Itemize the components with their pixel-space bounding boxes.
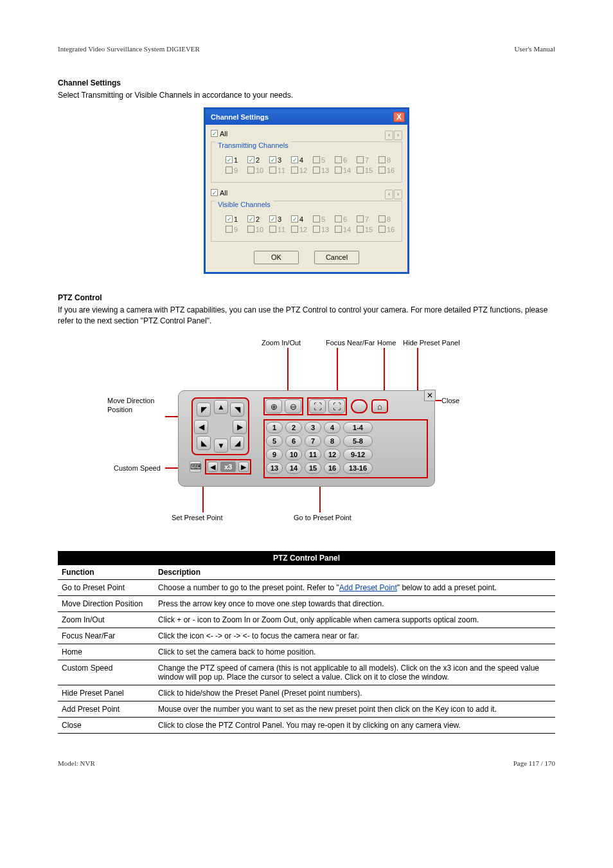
zoom-out-icon[interactable]: ⊖ (285, 399, 301, 413)
checkbox-ch-12 (291, 167, 298, 174)
checkbox-label: 11 (278, 226, 285, 233)
dialog-title: Channel Settings (211, 113, 269, 121)
checkbox-ch-1[interactable] (226, 215, 233, 222)
ok-button[interactable]: OK (254, 251, 299, 264)
checkbox-ch-7 (357, 215, 364, 222)
speed-up-button[interactable]: ▶ (238, 462, 249, 472)
preset-button-6[interactable]: 6 (285, 435, 302, 447)
callout-move-dir: Move Direction (107, 397, 154, 404)
preset-button-8[interactable]: 8 (324, 435, 341, 447)
footer-right: Page 117 / 170 (513, 759, 555, 767)
preset-range-button-1-4[interactable]: 1-4 (343, 422, 373, 433)
nav-next-button[interactable]: › (394, 131, 402, 140)
checkbox-ch-11 (269, 167, 276, 174)
checkbox-ch-2[interactable] (247, 156, 254, 163)
close-icon[interactable]: X (393, 112, 405, 122)
preset-button-13[interactable]: 13 (266, 462, 283, 474)
table-desc-cell: Mouse over the number you want to set as… (154, 701, 555, 718)
arrow-down-icon[interactable]: ▼ (214, 439, 228, 453)
arrow-right-icon[interactable]: ▶ (233, 420, 247, 434)
focus-near-icon[interactable]: ⛶ (309, 399, 326, 413)
arrow-upright-icon[interactable]: ◥ (230, 402, 244, 417)
preset-range-button-5-8[interactable]: 5-8 (343, 435, 373, 447)
table-func-cell: Custom Speed (58, 660, 154, 685)
section-title-ptz: PTZ Control (58, 293, 555, 302)
group-label-transmitting: Transmitting Channels (215, 141, 291, 149)
checkbox-label: 14 (343, 167, 351, 174)
checkbox-label: 4 (299, 156, 303, 164)
preset-button-16[interactable]: 16 (324, 462, 341, 474)
preset-button-11[interactable]: 11 (305, 449, 321, 460)
checkbox-label: 7 (365, 156, 369, 164)
footer-left: Model: NVR (58, 759, 95, 767)
preset-button-10[interactable]: 10 (285, 449, 302, 460)
checkbox-label: 4 (299, 215, 303, 223)
checkbox-ch-3[interactable] (269, 156, 276, 163)
nav-next-button[interactable]: › (394, 190, 402, 199)
checkbox-label: 16 (387, 167, 395, 174)
nav-prev-button[interactable]: ‹ (385, 190, 393, 199)
callout-go-preset: Go to Preset Point (294, 514, 351, 521)
checkbox-all-transmitting[interactable] (211, 130, 218, 137)
close-icon[interactable]: ✕ (424, 390, 436, 401)
table-func-cell: Zoom In/Out (58, 612, 154, 628)
zoom-in-icon[interactable]: ⊕ (265, 399, 282, 413)
home-icon[interactable] (351, 399, 368, 413)
checkbox-label: 9 (234, 226, 238, 233)
direction-pad: ▲ ▼ ◀ ▶ ◤ ◥ ◣ ◢ (191, 397, 249, 455)
checkbox-ch-2[interactable] (247, 215, 254, 222)
checkbox-ch-14 (335, 226, 342, 233)
preset-button-15[interactable]: 15 (305, 462, 321, 474)
callout-hide-preset: Hide Preset Panel (403, 339, 460, 347)
header-right: User's Manual (515, 45, 555, 53)
checkbox-ch-4[interactable] (291, 156, 298, 163)
preset-button-7[interactable]: 7 (305, 435, 321, 447)
nav-prev-button[interactable]: ‹ (385, 131, 393, 140)
preset-button-2[interactable]: 2 (285, 422, 302, 433)
preset-button-12[interactable]: 12 (324, 449, 341, 460)
checkbox-ch-11 (269, 226, 276, 233)
speed-value[interactable]: x3 (220, 462, 236, 472)
checkbox-ch-15 (357, 167, 364, 174)
checkbox-ch-1[interactable] (226, 156, 233, 163)
hide-preset-icon[interactable]: ⌂ (371, 399, 388, 413)
link-add-preset[interactable]: Add Preset Point (339, 583, 397, 592)
checkbox-ch-6 (335, 215, 342, 222)
checkbox-ch-8 (378, 156, 386, 163)
preset-button-4[interactable]: 4 (324, 422, 341, 433)
preset-button-14[interactable]: 14 (285, 462, 302, 474)
checkbox-label: 5 (321, 215, 325, 223)
preset-range-button-13-16[interactable]: 13-16 (343, 462, 373, 474)
checkbox-ch-14 (335, 167, 342, 174)
callout-custom-speed: Custom Speed (114, 464, 161, 472)
arrow-left-icon[interactable]: ◀ (194, 420, 208, 434)
preset-button-9[interactable]: 9 (266, 449, 283, 460)
checkbox-ch-4[interactable] (291, 215, 298, 222)
preset-button-3[interactable]: 3 (305, 422, 321, 433)
section-text-ptz: If you are viewing a camera with PTZ cap… (58, 305, 555, 327)
checkbox-all-visible[interactable] (211, 189, 218, 196)
arrow-up-icon[interactable]: ▲ (214, 400, 228, 414)
speed-control: ◀ x3 ▶ (205, 459, 251, 475)
preset-range-button-9-12[interactable]: 9-12 (343, 449, 373, 460)
ptz-control-table: PTZ Control Panel Function Description G… (58, 551, 555, 734)
preset-button-5[interactable]: 5 (266, 435, 283, 447)
checkbox-label: 10 (256, 167, 263, 174)
checkbox-label: 6 (343, 215, 347, 223)
arrow-upleft-icon[interactable]: ◤ (197, 402, 211, 417)
focus-far-icon[interactable]: ⛶ (328, 399, 345, 413)
checkbox-label: 2 (256, 156, 260, 164)
preset-button-1[interactable]: 1 (266, 422, 283, 433)
key-icon[interactable]: ⌨ (190, 461, 201, 473)
header-left: Integrated Video Surveillance System DIG… (58, 45, 200, 53)
speed-down-button[interactable]: ◀ (208, 462, 218, 472)
arrow-downright-icon[interactable]: ◢ (230, 436, 244, 450)
checkbox-ch-7 (357, 156, 364, 163)
arrow-downleft-icon[interactable]: ◣ (197, 436, 211, 450)
table-desc-cell: Change the PTZ speed of camera (this is … (154, 660, 555, 685)
checkbox-ch-3[interactable] (269, 215, 276, 222)
checkbox-ch-5 (313, 215, 320, 222)
checkbox-label: 9 (234, 167, 238, 174)
checkbox-label: 16 (387, 226, 395, 233)
cancel-button[interactable]: Cancel (314, 251, 359, 264)
